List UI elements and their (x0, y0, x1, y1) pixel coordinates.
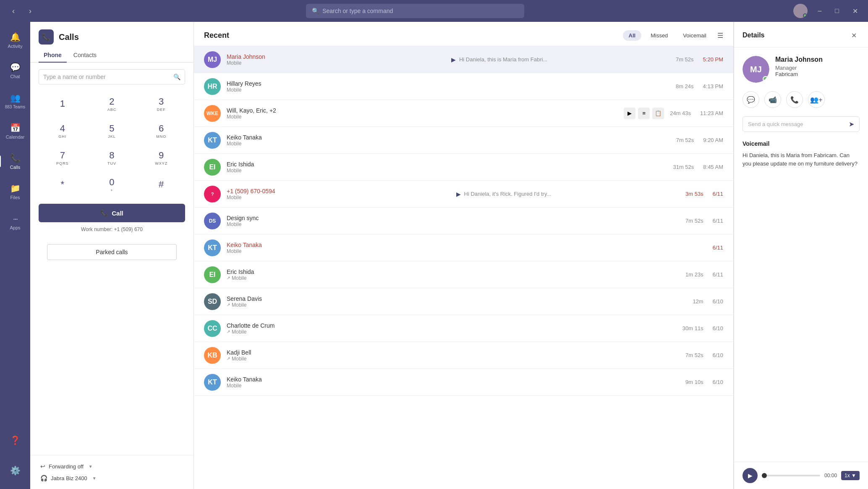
tab-phone[interactable]: Phone (39, 48, 67, 63)
dialpad-key-star[interactable]: * (39, 172, 86, 197)
call-info: Will, Kayo, Eric, +2 Mobile (227, 107, 618, 120)
close-button[interactable]: ✕ (849, 5, 861, 17)
device-chevron: ▼ (92, 476, 97, 481)
sidebar-label-apps: Apps (10, 225, 20, 230)
sidebar-item-activity[interactable]: 🔔 Activity (3, 25, 28, 55)
dialpad-key-4[interactable]: 4GHI (39, 118, 86, 143)
parked-calls-button[interactable]: Parked calls (47, 244, 177, 260)
sidebar-item-teams[interactable]: 👥 883 Teams (3, 86, 28, 116)
caller-name: Eric Ishida (227, 161, 667, 168)
back-button[interactable]: ‹ (7, 4, 20, 18)
dialpad-key-8[interactable]: 8TUV (88, 145, 136, 170)
filter-missed[interactable]: Missed (645, 30, 674, 41)
recent-item[interactable]: KT Keiko Tanaka Mobile 6/11 (194, 234, 733, 261)
forwarding-label: Forwarding off (49, 463, 84, 470)
dialpad-key-hash[interactable]: # (137, 172, 185, 197)
titlebar-controls: – □ ✕ (793, 4, 861, 18)
recent-item[interactable]: KB Kadji Bell ↗ Mobile 7m 52s 6/10 (194, 342, 733, 369)
call-info: Keiko Tanaka Mobile (227, 242, 698, 254)
send-message-icon[interactable]: ➤ (849, 120, 854, 128)
recent-item[interactable]: EI Eric Ishida ↗ Mobile 1m 23s 6/11 (194, 261, 733, 288)
recent-item[interactable]: MJ Maria Johnson Mobile ▶ Hi Daniela, th… (194, 46, 733, 73)
play-icon[interactable]: ▶ (456, 191, 461, 197)
recent-item[interactable]: CC Charlotte de Crum ↗ Mobile 30m 11s 6/… (194, 315, 733, 342)
forwarding-chevron: ▼ (89, 464, 93, 469)
audio-speed-button[interactable]: 1x ▼ (841, 471, 860, 480)
filter-all[interactable]: All (623, 30, 642, 41)
forwarding-toggle[interactable]: ↩ Forwarding off ▼ (39, 460, 185, 472)
outgoing-icon: ↗ (227, 329, 230, 334)
call-duration: 30m 11s (682, 325, 703, 331)
calls-icon: 📞 (10, 153, 21, 163)
caller-name: Kadji Bell (227, 349, 680, 356)
sidebar-item-calls[interactable]: 📞 Calls (3, 146, 28, 176)
sidebar-item-apps[interactable]: ··· Apps (3, 207, 28, 237)
chat-action-icon: 💬 (747, 96, 755, 104)
dialpad-key-7[interactable]: 7PQRS (39, 145, 86, 170)
dialpad-key-6[interactable]: 6MNO (137, 118, 185, 143)
recent-item[interactable]: KT Keiko Tanaka Mobile 7m 52s 9:20 AM (194, 127, 733, 154)
recent-item[interactable]: ? +1 (509) 670-0594 Mobile ▶ Hi Daniela,… (194, 181, 733, 208)
minimize-button[interactable]: – (814, 5, 825, 16)
maximize-button[interactable]: □ (831, 5, 842, 16)
calendar-icon: 📅 (10, 123, 21, 133)
user-avatar[interactable] (793, 4, 808, 18)
caller-name: +1 (509) 670-0594 (227, 188, 450, 195)
sidebar-item-files[interactable]: 📁 Files (3, 176, 28, 207)
call-time: 6/10 (713, 352, 723, 358)
play-action-btn[interactable]: ▶ (624, 108, 635, 119)
filter-menu-icon[interactable]: ☰ (717, 32, 723, 39)
add-contact-button[interactable]: 👥+ (808, 91, 825, 108)
details-close-button[interactable]: ✕ (848, 29, 860, 41)
calls-panel: 📞 Calls Phone Contacts 🔍 1 2ABC 3DEF 4GH… (30, 22, 194, 489)
recent-item[interactable]: KT Keiko Tanaka Mobile 9m 10s 6/10 (194, 369, 733, 396)
call-type: ↗ Mobile (227, 302, 687, 308)
call-time: 6/11 (713, 271, 723, 278)
quick-message-input[interactable] (748, 121, 845, 127)
call-time: 6/10 (713, 379, 723, 385)
dialpad-key-2[interactable]: 2ABC (88, 91, 136, 116)
tab-contacts[interactable]: Contacts (68, 48, 102, 63)
device-label: Jabra Biz 2400 (51, 475, 87, 481)
recent-item[interactable]: DS Design sync Mobile 7m 52s 6/11 (194, 208, 733, 234)
search-number-icon: 🔍 (173, 74, 180, 80)
call-button[interactable]: 📞 Call (39, 204, 185, 222)
filter-voicemail[interactable]: Voicemail (677, 30, 712, 41)
sidebar-label-calendar: Calendar (6, 134, 25, 139)
dialpad-key-5[interactable]: 5JKL (88, 118, 136, 143)
sidebar-item-settings[interactable]: ⚙️ (3, 455, 28, 486)
notes-action-btn[interactable]: 📋 (652, 108, 664, 119)
name-number-input[interactable] (43, 74, 173, 80)
device-selector[interactable]: 🎧 Jabra Biz 2400 ▼ (39, 472, 185, 484)
dialpad-key-0[interactable]: 0+ (88, 172, 136, 197)
audio-progress-bar[interactable] (762, 475, 820, 476)
call-info: Kadji Bell ↗ Mobile (227, 349, 680, 362)
forward-button[interactable]: › (24, 4, 37, 18)
sidebar-item-chat[interactable]: 💬 Chat (3, 55, 28, 86)
recent-item[interactable]: EI Eric Ishida Mobile 31m 52s 8:45 AM (194, 154, 733, 181)
dialpad-key-9[interactable]: 9WXYZ (137, 145, 185, 170)
search-input[interactable] (322, 8, 518, 14)
recent-item[interactable]: WKE Will, Kayo, Eric, +2 Mobile ▶ ≡ 📋 24… (194, 100, 733, 127)
recent-header: Recent All Missed Voicemail ☰ (194, 22, 733, 46)
call-type: ↗ Mobile (227, 275, 680, 281)
dialpad-key-1[interactable]: 1 (39, 91, 86, 116)
sidebar-item-calendar[interactable]: 📅 Calendar (3, 116, 28, 146)
dialpad-key-3[interactable]: 3DEF (137, 91, 185, 116)
call-duration: 24m 43s (670, 110, 691, 116)
caller-name: Keiko Tanaka (227, 242, 698, 248)
play-icon[interactable]: ▶ (451, 56, 456, 63)
recent-item[interactable]: SD Serena Davis ↗ Mobile 12m 6/10 (194, 288, 733, 315)
device-icon: 🎧 (40, 475, 47, 481)
recent-item[interactable]: HR Hillary Reyes Mobile 8m 24s 4:13 PM (194, 73, 733, 100)
audio-play-button[interactable]: ▶ (743, 468, 758, 483)
voicemail-text: Hi Daniela, it's Rick. Figured I'd try..… (464, 191, 552, 197)
call-action-button[interactable]: 📞 (786, 91, 803, 108)
contact-avatar: MJ (743, 56, 769, 83)
video-action-button[interactable]: 📹 (764, 91, 781, 108)
chat-action-button[interactable]: 💬 (743, 91, 759, 108)
online-indicator (803, 13, 807, 18)
transcript-action-btn[interactable]: ≡ (638, 108, 650, 119)
activity-icon: 🔔 (10, 32, 21, 42)
sidebar-item-help[interactable]: ❓ (3, 425, 28, 455)
